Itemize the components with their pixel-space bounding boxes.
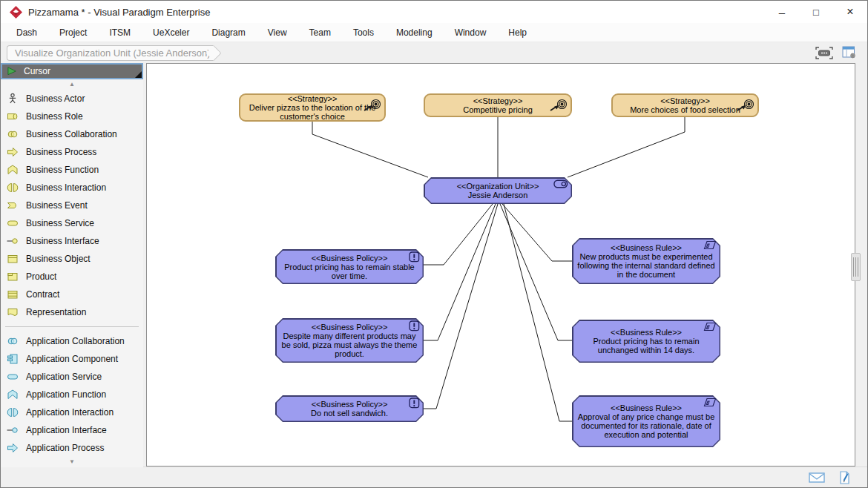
policy-exclamation-icon bbox=[409, 320, 420, 332]
palette-item-business-collaboration[interactable]: Business Collaboration bbox=[1, 125, 143, 143]
application-process-icon bbox=[7, 442, 20, 454]
node-stereotype: <<Strategy>> bbox=[429, 96, 567, 105]
palette-item-label: Application Collaboration bbox=[26, 336, 125, 346]
menu-item-help[interactable]: Help bbox=[497, 23, 538, 42]
maximize-button[interactable]: □ bbox=[799, 1, 833, 23]
palette-item-application-process[interactable]: Application Process bbox=[1, 439, 143, 457]
node-name: Approval of any price change must be doc… bbox=[576, 412, 717, 439]
panel-collapse-grip[interactable] bbox=[851, 253, 861, 281]
application-collaboration-icon bbox=[7, 335, 20, 347]
application-component-icon bbox=[7, 353, 20, 365]
palette-item-business-actor[interactable]: Business Actor bbox=[1, 90, 143, 108]
strategy-target-icon bbox=[548, 99, 568, 112]
node-name: Despite many different products may be s… bbox=[279, 332, 420, 358]
palette-item-product[interactable]: Product bbox=[1, 268, 143, 286]
menu-item-window[interactable]: Window bbox=[444, 23, 498, 42]
palette-item-label: Product bbox=[26, 271, 56, 282]
palette-item-application-service[interactable]: Application Service bbox=[1, 368, 143, 386]
tool-palette: Cursor ▲ Business ActorBusiness RoleBusi… bbox=[1, 63, 143, 467]
node-strategy-deliver[interactable]: <<Strategy>>Deliver pizzas to the locati… bbox=[239, 93, 386, 122]
panel-layout-icon[interactable] bbox=[839, 44, 860, 62]
node-name: Competitive pricing bbox=[429, 105, 567, 114]
application-function-icon bbox=[7, 389, 20, 400]
menu-item-modeling[interactable]: Modeling bbox=[385, 23, 444, 42]
menu-bar: DashProjectITSMUeXcelerDiagramViewTeamTo… bbox=[1, 23, 867, 42]
mail-icon[interactable] bbox=[808, 469, 826, 486]
diagram-tab[interactable]: Visualize Organization Unit (Jessie Ande… bbox=[7, 45, 214, 61]
menu-item-uexceler[interactable]: UeXceler bbox=[142, 23, 200, 42]
palette-item-business-service[interactable]: Business Service bbox=[1, 214, 143, 232]
palette-item-application-component[interactable]: Application Component bbox=[1, 350, 143, 368]
palette-item-business-process[interactable]: Business Process bbox=[1, 143, 143, 161]
main-area: Cursor ▲ Business ActorBusiness RoleBusi… bbox=[1, 63, 867, 466]
menu-item-view[interactable]: View bbox=[257, 23, 298, 42]
node-rule-new-products[interactable]: <<Business Rule>>New products must be ex… bbox=[572, 238, 720, 284]
node-stereotype: <<Organization Unit>> bbox=[427, 182, 568, 191]
application-interface-icon bbox=[7, 424, 20, 436]
palette-item-label: Business Process bbox=[26, 147, 96, 157]
palette-item-label: Business Role bbox=[26, 111, 83, 122]
node-name: Do not sell sandwich. bbox=[279, 409, 420, 418]
window-controls: – □ × bbox=[765, 1, 867, 23]
palette-item-label: Application Interaction bbox=[26, 407, 114, 418]
menu-item-itsm[interactable]: ITSM bbox=[98, 23, 142, 42]
menu-item-diagram[interactable]: Diagram bbox=[200, 23, 256, 42]
menu-item-dash[interactable]: Dash bbox=[5, 23, 48, 42]
node-stereotype: <<Business Rule>> bbox=[576, 328, 717, 337]
strategy-target-icon bbox=[735, 99, 754, 112]
palette-item-business-interface[interactable]: Business Interface bbox=[1, 232, 143, 250]
representation-icon bbox=[7, 306, 20, 318]
node-policy-theme-product[interactable]: <<Business Policy>>Despite many differen… bbox=[275, 318, 424, 363]
title-bar: Pizzamama * - Visual Paradigm Enterprise… bbox=[1, 1, 867, 23]
policy-exclamation-icon bbox=[409, 398, 420, 409]
cursor-tool-label: Cursor bbox=[24, 66, 50, 76]
palette-cursor-tool[interactable]: Cursor bbox=[1, 63, 143, 79]
palette-item-application-function[interactable]: Application Function bbox=[1, 386, 143, 403]
connector bbox=[312, 122, 428, 177]
node-policy-no-sandwich[interactable]: <<Business Policy>>Do not sell sandwich. bbox=[275, 395, 424, 422]
palette-item-application-interface[interactable]: Application Interface bbox=[1, 421, 143, 439]
palette-item-label: Application Process bbox=[26, 443, 104, 453]
palette-item-business-interaction[interactable]: Business Interaction bbox=[1, 179, 143, 197]
node-strategy-choices[interactable]: <<Strategy>>More choices of food selecti… bbox=[611, 93, 759, 117]
palette-scroll-down[interactable]: ▼ bbox=[1, 457, 143, 467]
palette-item-label: Representation bbox=[26, 307, 86, 317]
edit-note-icon[interactable] bbox=[836, 469, 854, 486]
node-strategy-pricing[interactable]: <<Strategy>>Competitive pricing bbox=[424, 93, 572, 117]
palette-item-business-object[interactable]: Business Object bbox=[1, 250, 143, 268]
connector bbox=[500, 204, 572, 340]
close-button[interactable]: × bbox=[833, 1, 867, 23]
strategy-target-icon bbox=[362, 99, 381, 112]
palette-item-business-event[interactable]: Business Event bbox=[1, 197, 143, 214]
node-rule-unchanged-14-days[interactable]: <<Business Rule>>Product pricing has to … bbox=[572, 320, 720, 363]
policy-exclamation-icon bbox=[409, 251, 420, 263]
palette-scroll-up[interactable]: ▲ bbox=[1, 79, 143, 90]
palette-item-label: Business Actor bbox=[26, 93, 85, 104]
node-org-unit-jessie[interactable]: <<Organization Unit>>Jessie Anderson bbox=[424, 177, 572, 204]
menu-item-team[interactable]: Team bbox=[298, 23, 342, 42]
palette-item-representation[interactable]: Representation bbox=[1, 303, 143, 321]
node-stereotype: <<Strategy>> bbox=[244, 94, 381, 103]
palette-item-business-role[interactable]: Business Role bbox=[1, 108, 143, 125]
palette-item-application-interaction[interactable]: Application Interaction bbox=[1, 403, 143, 421]
node-name: Product pricing has to remain unchanged … bbox=[576, 337, 717, 355]
diagram-tab-label: Visualize Organization Unit (Jessie Ande… bbox=[15, 47, 211, 59]
zoom-fit-icon[interactable] bbox=[814, 44, 835, 62]
business-object-icon bbox=[7, 253, 20, 265]
menu-item-tools[interactable]: Tools bbox=[342, 23, 385, 42]
node-name: New products must be experimented follow… bbox=[576, 252, 717, 279]
organization-unit-icon bbox=[553, 179, 568, 188]
palette-corner-handle[interactable] bbox=[135, 71, 142, 78]
node-rule-approval[interactable]: <<Business Rule>>Approval of any price c… bbox=[572, 395, 720, 447]
palette-item-business-function[interactable]: Business Function bbox=[1, 161, 143, 179]
menu-item-project[interactable]: Project bbox=[48, 23, 98, 42]
minimize-button[interactable]: – bbox=[765, 1, 799, 23]
node-policy-stable-pricing[interactable]: <<Business Policy>>Product pricing has t… bbox=[275, 249, 424, 284]
node-stereotype: <<Business Policy>> bbox=[279, 254, 420, 263]
palette-item-application-collaboration[interactable]: Application Collaboration bbox=[1, 332, 143, 350]
palette-item-contract[interactable]: Contract bbox=[1, 286, 143, 303]
diagram-tab-bar: Visualize Organization Unit (Jessie Ande… bbox=[1, 42, 867, 63]
palette-divider bbox=[5, 326, 139, 327]
application-interaction-icon bbox=[7, 406, 20, 418]
diagram-canvas[interactable]: <<Strategy>>Deliver pizzas to the locati… bbox=[146, 63, 855, 466]
